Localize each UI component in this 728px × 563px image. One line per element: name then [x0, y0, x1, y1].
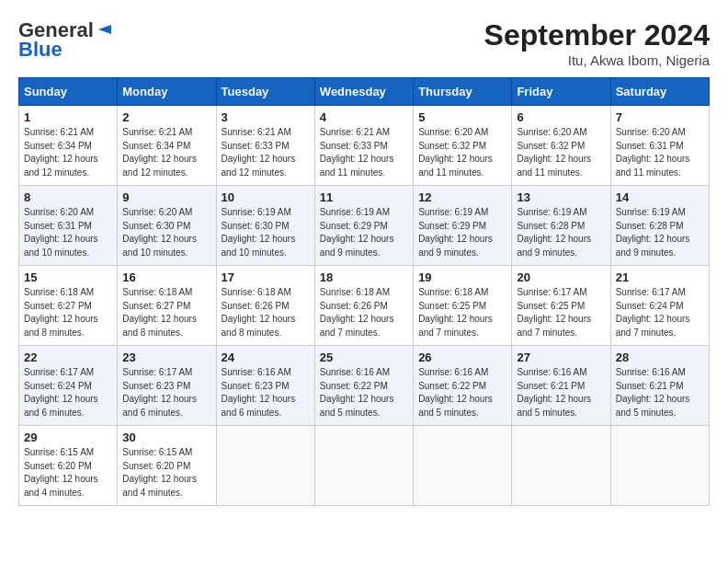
day-info: Sunrise: 6:18 AM Sunset: 6:27 PM Dayligh… [24, 286, 112, 339]
day-info: Sunrise: 6:16 AM Sunset: 6:21 PM Dayligh… [616, 366, 704, 419]
day-number: 3 [222, 110, 310, 124]
day-info: Sunrise: 6:17 AM Sunset: 6:23 PM Dayligh… [122, 366, 210, 419]
day-number: 9 [122, 190, 210, 204]
day-number: 19 [418, 270, 506, 284]
calendar-cell: 8Sunrise: 6:20 AM Sunset: 6:31 PM Daylig… [19, 186, 118, 266]
day-info: Sunrise: 6:18 AM Sunset: 6:25 PM Dayligh… [418, 286, 506, 339]
calendar-cell: 17Sunrise: 6:18 AM Sunset: 6:26 PM Dayli… [216, 266, 314, 346]
location: Itu, Akwa Ibom, Nigeria [484, 52, 710, 68]
calendar-cell [216, 426, 314, 506]
col-header-saturday: Saturday [610, 78, 709, 106]
day-number: 4 [320, 110, 408, 124]
calendar-cell: 18Sunrise: 6:18 AM Sunset: 6:26 PM Dayli… [314, 266, 413, 346]
day-number: 1 [24, 110, 112, 124]
calendar-cell: 23Sunrise: 6:17 AM Sunset: 6:23 PM Dayli… [118, 346, 216, 426]
calendar-cell: 1Sunrise: 6:21 AM Sunset: 6:34 PM Daylig… [19, 106, 118, 186]
calendar-cell: 9Sunrise: 6:20 AM Sunset: 6:30 PM Daylig… [118, 186, 216, 266]
day-info: Sunrise: 6:20 AM Sunset: 6:32 PM Dayligh… [517, 126, 605, 179]
day-info: Sunrise: 6:21 AM Sunset: 6:34 PM Dayligh… [122, 126, 210, 179]
col-header-thursday: Thursday [414, 78, 512, 106]
day-info: Sunrise: 6:21 AM Sunset: 6:33 PM Dayligh… [222, 126, 310, 179]
calendar-week-row: 8Sunrise: 6:20 AM Sunset: 6:31 PM Daylig… [19, 186, 710, 266]
month-title: September 2024 [484, 18, 710, 52]
calendar-cell: 3Sunrise: 6:21 AM Sunset: 6:33 PM Daylig… [216, 106, 314, 186]
day-info: Sunrise: 6:15 AM Sunset: 6:20 PM Dayligh… [122, 446, 210, 500]
day-number: 6 [517, 110, 605, 124]
day-info: Sunrise: 6:20 AM Sunset: 6:32 PM Dayligh… [418, 126, 506, 179]
logo-blue: Blue [18, 38, 63, 62]
day-info: Sunrise: 6:15 AM Sunset: 6:20 PM Dayligh… [24, 446, 112, 500]
day-info: Sunrise: 6:18 AM Sunset: 6:27 PM Dayligh… [122, 286, 210, 339]
day-number: 21 [616, 270, 704, 284]
day-info: Sunrise: 6:19 AM Sunset: 6:29 PM Dayligh… [418, 206, 506, 259]
calendar-header-row: SundayMondayTuesdayWednesdayThursdayFrid… [19, 78, 710, 106]
calendar-cell: 2Sunrise: 6:21 AM Sunset: 6:34 PM Daylig… [118, 106, 216, 186]
day-info: Sunrise: 6:19 AM Sunset: 6:29 PM Dayligh… [320, 206, 408, 259]
day-number: 20 [517, 270, 605, 284]
calendar-cell: 16Sunrise: 6:18 AM Sunset: 6:27 PM Dayli… [118, 266, 216, 346]
svg-marker-0 [98, 25, 111, 34]
calendar-cell: 21Sunrise: 6:17 AM Sunset: 6:24 PM Dayli… [610, 266, 709, 346]
col-header-tuesday: Tuesday [216, 78, 314, 106]
col-header-friday: Friday [512, 78, 610, 106]
calendar-week-row: 15Sunrise: 6:18 AM Sunset: 6:27 PM Dayli… [19, 266, 710, 346]
calendar-week-row: 22Sunrise: 6:17 AM Sunset: 6:24 PM Dayli… [19, 346, 710, 426]
day-number: 15 [24, 270, 112, 284]
calendar-cell: 27Sunrise: 6:16 AM Sunset: 6:21 PM Dayli… [512, 346, 610, 426]
calendar-cell [512, 426, 610, 506]
calendar-week-row: 1Sunrise: 6:21 AM Sunset: 6:34 PM Daylig… [19, 106, 710, 186]
calendar-cell: 12Sunrise: 6:19 AM Sunset: 6:29 PM Dayli… [414, 186, 512, 266]
calendar-cell: 5Sunrise: 6:20 AM Sunset: 6:32 PM Daylig… [414, 106, 512, 186]
calendar-cell [314, 426, 413, 506]
calendar-cell: 19Sunrise: 6:18 AM Sunset: 6:25 PM Dayli… [414, 266, 512, 346]
calendar-cell: 15Sunrise: 6:18 AM Sunset: 6:27 PM Dayli… [19, 266, 118, 346]
calendar-cell: 25Sunrise: 6:16 AM Sunset: 6:22 PM Dayli… [314, 346, 413, 426]
calendar-cell: 26Sunrise: 6:16 AM Sunset: 6:22 PM Dayli… [414, 346, 512, 426]
calendar-cell: 11Sunrise: 6:19 AM Sunset: 6:29 PM Dayli… [314, 186, 413, 266]
calendar-cell: 7Sunrise: 6:20 AM Sunset: 6:31 PM Daylig… [610, 106, 709, 186]
page-header: General Blue September 2024 Itu, Akwa Ib… [18, 18, 710, 68]
day-info: Sunrise: 6:17 AM Sunset: 6:25 PM Dayligh… [517, 286, 605, 339]
calendar-cell: 6Sunrise: 6:20 AM Sunset: 6:32 PM Daylig… [512, 106, 610, 186]
calendar-cell [610, 426, 709, 506]
day-info: Sunrise: 6:16 AM Sunset: 6:21 PM Dayligh… [517, 366, 605, 419]
day-info: Sunrise: 6:21 AM Sunset: 6:33 PM Dayligh… [320, 126, 408, 179]
day-number: 25 [320, 350, 408, 364]
calendar-cell: 22Sunrise: 6:17 AM Sunset: 6:24 PM Dayli… [19, 346, 118, 426]
day-number: 27 [517, 350, 605, 364]
day-number: 16 [122, 270, 210, 284]
day-number: 29 [24, 431, 112, 444]
calendar-cell: 28Sunrise: 6:16 AM Sunset: 6:21 PM Dayli… [610, 346, 709, 426]
day-info: Sunrise: 6:21 AM Sunset: 6:34 PM Dayligh… [24, 126, 112, 179]
day-number: 12 [418, 190, 506, 204]
day-number: 8 [24, 190, 112, 204]
day-number: 2 [122, 110, 210, 124]
calendar-table: SundayMondayTuesdayWednesdayThursdayFrid… [18, 77, 710, 506]
day-info: Sunrise: 6:19 AM Sunset: 6:28 PM Dayligh… [616, 206, 704, 259]
day-number: 23 [122, 350, 210, 364]
col-header-sunday: Sunday [19, 78, 118, 106]
day-info: Sunrise: 6:17 AM Sunset: 6:24 PM Dayligh… [616, 286, 704, 339]
day-number: 17 [222, 270, 310, 284]
day-number: 5 [418, 110, 506, 124]
calendar-cell: 30Sunrise: 6:15 AM Sunset: 6:20 PM Dayli… [118, 426, 216, 506]
day-number: 7 [616, 110, 704, 124]
calendar-cell: 24Sunrise: 6:16 AM Sunset: 6:23 PM Dayli… [216, 346, 314, 426]
calendar-week-row: 29Sunrise: 6:15 AM Sunset: 6:20 PM Dayli… [19, 426, 710, 506]
col-header-wednesday: Wednesday [314, 78, 413, 106]
logo: General Blue [18, 18, 111, 62]
logo-bird-icon [95, 21, 111, 38]
day-number: 10 [222, 190, 310, 204]
calendar-cell: 13Sunrise: 6:19 AM Sunset: 6:28 PM Dayli… [512, 186, 610, 266]
day-info: Sunrise: 6:18 AM Sunset: 6:26 PM Dayligh… [222, 286, 310, 339]
day-info: Sunrise: 6:16 AM Sunset: 6:23 PM Dayligh… [222, 366, 310, 419]
calendar-body: 1Sunrise: 6:21 AM Sunset: 6:34 PM Daylig… [19, 106, 710, 506]
day-info: Sunrise: 6:16 AM Sunset: 6:22 PM Dayligh… [418, 366, 506, 419]
day-info: Sunrise: 6:17 AM Sunset: 6:24 PM Dayligh… [24, 366, 112, 419]
day-info: Sunrise: 6:18 AM Sunset: 6:26 PM Dayligh… [320, 286, 408, 339]
day-info: Sunrise: 6:20 AM Sunset: 6:30 PM Dayligh… [122, 206, 210, 259]
day-number: 18 [320, 270, 408, 284]
day-info: Sunrise: 6:19 AM Sunset: 6:30 PM Dayligh… [222, 206, 310, 259]
calendar-cell [414, 426, 512, 506]
day-info: Sunrise: 6:20 AM Sunset: 6:31 PM Dayligh… [616, 126, 704, 179]
